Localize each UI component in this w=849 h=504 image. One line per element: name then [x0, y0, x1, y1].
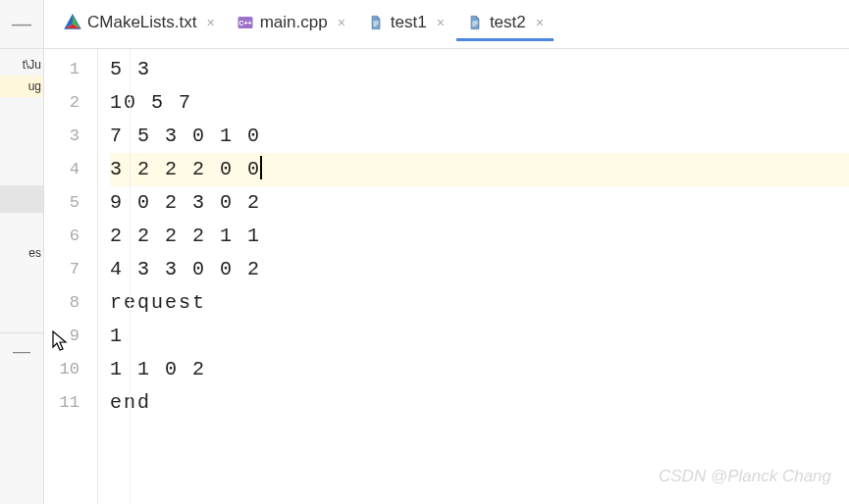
- svg-rect-7: [472, 25, 475, 26]
- text-caret: [260, 156, 262, 179]
- close-icon[interactable]: ×: [536, 15, 544, 30]
- code-line[interactable]: 9 0 2 3 0 2: [110, 186, 849, 220]
- svg-rect-2: [373, 22, 378, 23]
- tab-cmakelists[interactable]: CMakeLists.txt ×: [54, 7, 225, 41]
- sidebar-item[interactable]: [0, 185, 43, 213]
- file-icon: [367, 14, 385, 31]
- gutter: 1234567891011: [44, 49, 98, 504]
- code-area[interactable]: 5 310 5 77 5 3 0 1 03 2 2 2 0 09 0 2 3 0…: [98, 49, 849, 504]
- tab-label: test2: [490, 13, 526, 32]
- file-icon: [466, 14, 484, 31]
- watermark: CSDN @Planck Chang: [659, 467, 831, 486]
- code-line[interactable]: request: [110, 286, 849, 320]
- tab-main-cpp[interactable]: C++ main.cpp ×: [227, 7, 355, 41]
- svg-rect-3: [373, 24, 378, 25]
- editor-area: 1234567891011 5 310 5 77 5 3 0 1 03 2 2 …: [44, 49, 849, 504]
- code-line[interactable]: 2 2 2 2 1 1: [110, 220, 849, 253]
- line-number: 5: [44, 186, 97, 220]
- sidebar-item[interactable]: es: [0, 242, 43, 264]
- code-line[interactable]: 4 3 3 0 0 2: [110, 253, 849, 286]
- line-number: 11: [44, 386, 97, 420]
- line-number: 7: [44, 253, 97, 286]
- code-line[interactable]: 5 3: [110, 53, 849, 86]
- close-icon[interactable]: ×: [338, 15, 345, 30]
- sidebar-collapse-bottom[interactable]: —: [0, 332, 43, 370]
- svg-rect-5: [472, 22, 477, 23]
- tab-label: main.cpp: [260, 13, 328, 32]
- line-number: 9: [44, 320, 97, 353]
- line-number: 4: [44, 153, 97, 186]
- collapse-icon: —: [12, 13, 31, 35]
- line-number: 10: [44, 353, 97, 386]
- svg-rect-6: [472, 24, 477, 25]
- editor-margin-line: [130, 49, 131, 504]
- left-sidebar: — t\Ju ug es —: [0, 0, 44, 504]
- tab-label: CMakeLists.txt: [87, 13, 196, 32]
- code-line[interactable]: 7 5 3 0 1 0: [110, 120, 849, 153]
- code-line[interactable]: 1 1 0 2: [110, 353, 849, 386]
- code-line[interactable]: end: [110, 386, 849, 420]
- sidebar-items: t\Ju ug es —: [0, 49, 43, 504]
- tab-label: test1: [391, 13, 427, 32]
- close-icon[interactable]: ×: [206, 15, 214, 30]
- line-number: 6: [44, 220, 97, 253]
- tab-test1[interactable]: test1 ×: [357, 7, 454, 41]
- svg-rect-4: [373, 25, 376, 26]
- code-line[interactable]: 3 2 2 2 0 0: [110, 153, 849, 186]
- tab-bar: CMakeLists.txt × C++ main.cpp × test1 ×: [44, 0, 849, 49]
- code-line[interactable]: 1: [110, 320, 849, 353]
- line-number: 2: [44, 86, 97, 120]
- line-number: 3: [44, 120, 97, 153]
- cmake-icon: [64, 14, 81, 31]
- line-number: 1: [44, 53, 97, 86]
- line-number: 8: [44, 286, 97, 320]
- main-area: CMakeLists.txt × C++ main.cpp × test1 ×: [44, 0, 849, 504]
- tab-test2[interactable]: test2 ×: [456, 7, 554, 41]
- sidebar-item[interactable]: t\Ju: [0, 54, 43, 76]
- cpp-icon: C++: [237, 14, 254, 31]
- code-line[interactable]: 10 5 7: [110, 86, 849, 120]
- close-icon[interactable]: ×: [437, 15, 445, 30]
- sidebar-collapse-top[interactable]: —: [0, 0, 43, 49]
- svg-text:C++: C++: [239, 20, 251, 26]
- sidebar-item[interactable]: ug: [0, 76, 43, 97]
